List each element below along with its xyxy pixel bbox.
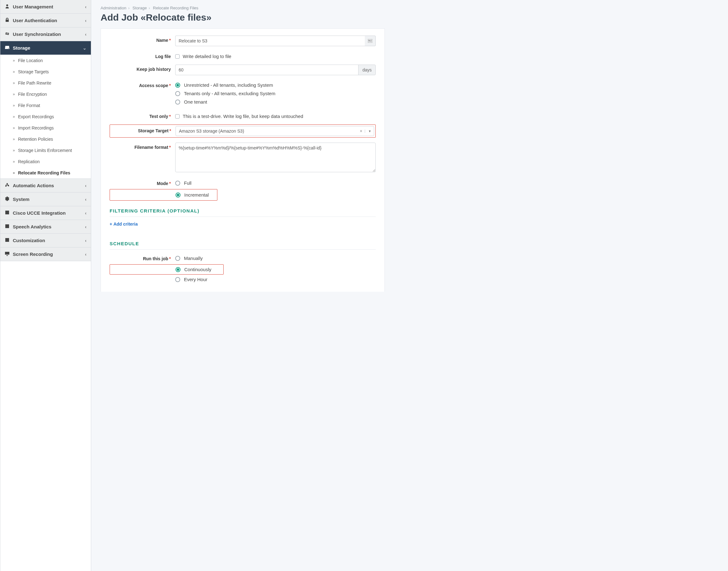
checkbox-icon <box>175 54 180 59</box>
svg-rect-2 <box>370 40 372 40</box>
chevron-left-icon: ‹ <box>85 183 87 188</box>
sidebar-item-user-authentication[interactable]: User Authentication ‹ <box>0 14 91 27</box>
sidebar-item-speech-analytics[interactable]: Speech Analytics ‹ <box>0 220 91 234</box>
sidebar-subitem-file-location[interactable]: File Location <box>0 55 91 66</box>
sidebar-item-user-management[interactable]: User Management ‹ <box>0 0 91 14</box>
keep-history-label: Keep job history <box>110 65 175 72</box>
chevron-left-icon: ‹ <box>85 32 87 37</box>
schedule-section-title: SCHEDULE <box>110 241 376 246</box>
chevron-left-icon: ‹ <box>85 252 87 257</box>
name-input[interactable] <box>175 35 365 46</box>
chevron-left-icon: ‹ <box>85 197 87 202</box>
disk-icon <box>5 45 10 51</box>
filename-format-textarea[interactable] <box>175 143 376 172</box>
sidebar-subitem-file-path-rewrite[interactable]: File Path Rewrite <box>0 77 91 89</box>
radio-icon <box>175 181 180 186</box>
chevron-left-icon: ‹ <box>85 18 87 23</box>
breadcrumb: Administration› Storage› Relocate Record… <box>101 6 719 10</box>
mode-option-full[interactable]: Full <box>175 179 376 187</box>
sidebar-subitem-file-encryption[interactable]: File Encryption <box>0 89 91 100</box>
access-scope-option-tenants-only[interactable]: Tenants only - All tenants, excluding Sy… <box>175 89 376 98</box>
sidebar-subitem-import-recordings[interactable]: Import Recordings <box>0 122 91 133</box>
form-panel: Name* Log file Write detailed log to fil… <box>101 28 385 292</box>
page-title: Add Job «Relocate files» <box>101 12 719 23</box>
sidebar-submenu-storage: File Location Storage Targets File Path … <box>0 55 91 179</box>
radio-icon <box>175 91 180 96</box>
radio-icon <box>175 100 180 105</box>
svg-rect-1 <box>369 40 370 41</box>
svg-rect-4 <box>369 41 372 42</box>
chevron-down-icon: ⌄ <box>83 45 87 50</box>
chevron-left-icon: ‹ <box>85 211 87 216</box>
sidebar-subitem-export-recordings[interactable]: Export Recordings <box>0 111 91 122</box>
radio-icon <box>176 193 181 198</box>
run-option-continuously[interactable]: Continuously <box>176 265 223 274</box>
check-icon <box>5 224 10 230</box>
mode-highlight: Incremental <box>110 189 217 201</box>
storage-target-label: Storage Target* <box>111 126 176 133</box>
run-job-label: Run this job* <box>110 254 175 261</box>
sidebar-subitem-file-format[interactable]: File Format <box>0 100 91 111</box>
caret-down-icon[interactable]: ▼ <box>365 129 371 133</box>
access-scope-label: Access scope* <box>110 81 175 88</box>
sidebar-subitem-storage-limits[interactable]: Storage Limits Enforcement <box>0 145 91 156</box>
sync-icon <box>5 31 10 37</box>
radio-icon <box>175 256 180 261</box>
filtering-section-title: FILTERING CRITERIA (OPTIONAL) <box>110 208 376 213</box>
chevron-left-icon: ‹ <box>85 4 87 9</box>
sidebar-subitem-relocate-recording-files[interactable]: Relocate Recording Files <box>0 167 91 179</box>
storage-target-highlight: Storage Target* Amazon S3 storage (Amazo… <box>110 124 376 138</box>
sidebar-item-label: Storage <box>13 45 83 50</box>
testonly-checkbox[interactable]: This is a test-drive. Write log file, bu… <box>175 112 376 119</box>
lock-icon <box>5 17 10 23</box>
card-icon[interactable] <box>365 35 376 46</box>
logfile-label: Log file <box>110 52 175 59</box>
run-option-every-hour[interactable]: Every Hour <box>175 275 376 283</box>
run-option-manually[interactable]: Manually <box>175 254 376 262</box>
sidebar-item-automatic-actions[interactable]: Automatic Actions ‹ <box>0 179 91 193</box>
sidebar-item-label: Automatic Actions <box>13 183 85 188</box>
radio-icon <box>176 267 181 272</box>
access-scope-option-unrestricted[interactable]: Unrestricted - All tenants, including Sy… <box>175 81 376 89</box>
radio-icon <box>175 277 180 282</box>
plus-icon: + <box>110 222 112 227</box>
mode-option-incremental[interactable]: Incremental <box>176 191 216 199</box>
sitemap-icon <box>5 183 10 189</box>
sidebar-subitem-retention-policies[interactable]: Retention Policies <box>0 133 91 145</box>
monitor-icon <box>5 251 10 257</box>
main-content: Administration› Storage› Relocate Record… <box>91 0 728 571</box>
sidebar-item-label: Customization <box>13 238 85 243</box>
sidebar-item-cisco-ucce[interactable]: Cisco UCCE Integration ‹ <box>0 206 91 220</box>
name-label: Name* <box>110 35 175 43</box>
sidebar-item-label: User Management <box>13 4 85 9</box>
sidebar-item-customization[interactable]: Customization ‹ <box>0 234 91 247</box>
sidebar-item-label: User Authentication <box>13 18 85 23</box>
sidebar-subitem-storage-targets[interactable]: Storage Targets <box>0 66 91 77</box>
sidebar-item-user-synchronization[interactable]: User Synchronization ‹ <box>0 27 91 41</box>
filename-format-label: Filename format* <box>110 143 175 150</box>
checkbox-icon <box>175 114 180 119</box>
divider <box>110 217 376 217</box>
testonly-label: Test only* <box>110 112 175 119</box>
sidebar: User Management ‹ User Authentication ‹ … <box>0 0 91 571</box>
sidebar-item-screen-recording[interactable]: Screen Recording ‹ <box>0 247 91 261</box>
logfile-checkbox[interactable]: Write detailed log to file <box>175 52 376 59</box>
keep-history-input[interactable] <box>175 65 358 75</box>
sidebar-item-label: Speech Analytics <box>13 224 85 229</box>
clear-icon[interactable]: × <box>359 129 364 133</box>
add-criteria-button[interactable]: + Add criteria <box>110 222 138 227</box>
sidebar-item-label: User Synchronization <box>13 31 85 37</box>
sidebar-subitem-replication[interactable]: Replication <box>0 156 91 167</box>
check-icon <box>5 237 10 243</box>
sidebar-item-label: Screen Recording <box>13 251 85 257</box>
storage-target-select[interactable]: Amazon S3 storage (Amazon S3) × ▼ <box>176 126 374 136</box>
radio-icon <box>175 83 180 88</box>
user-icon <box>5 4 10 10</box>
access-scope-option-one-tenant[interactable]: One tenant <box>175 98 376 106</box>
sidebar-item-label: System <box>13 197 85 202</box>
run-highlight: Continuously <box>110 264 223 274</box>
sidebar-item-system[interactable]: System ‹ <box>0 193 91 206</box>
keep-history-unit: days <box>358 65 376 75</box>
gear-icon <box>5 196 10 202</box>
sidebar-item-storage[interactable]: Storage ⌄ <box>0 41 91 55</box>
